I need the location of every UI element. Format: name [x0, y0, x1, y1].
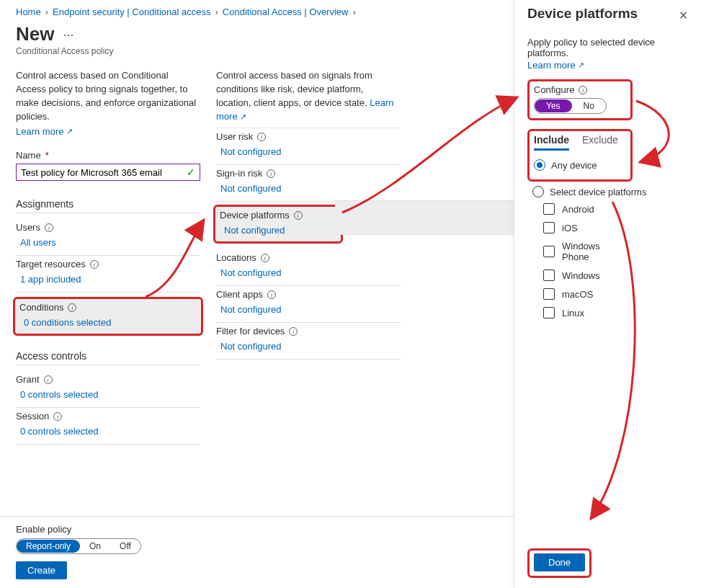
target-block[interactable]: Target resourcesi 1 app included	[16, 256, 200, 293]
radio-any-device[interactable]: Any device	[534, 159, 626, 171]
toggle-yes[interactable]: Yes	[535, 99, 572, 112]
intro-text: Control access based on Conditional Acce…	[16, 69, 200, 123]
learn-more-link[interactable]: Learn more↗	[16, 126, 73, 137]
close-icon[interactable]: ✕	[679, 6, 688, 22]
radio-icon	[534, 159, 545, 171]
configure-toggle[interactable]: Yes No	[534, 98, 607, 114]
name-label: Name *	[16, 150, 200, 161]
info-icon: i	[44, 375, 53, 384]
info-icon: i	[68, 303, 76, 312]
toggle-on[interactable]: On	[80, 540, 110, 553]
checkbox-icon	[543, 203, 555, 215]
locations-block[interactable]: Locationsi Not configured	[216, 249, 401, 286]
user-risk-block[interactable]: User riski Not configured	[216, 128, 401, 165]
users-value[interactable]: All users	[16, 233, 200, 249]
access-controls-heading: Access controls	[16, 346, 200, 365]
user-risk-value[interactable]: Not configured	[216, 142, 401, 159]
panel-title: Device platforms	[527, 6, 638, 22]
chk-ios[interactable]: iOS	[543, 222, 688, 233]
info-icon: i	[257, 133, 266, 141]
checkbox-icon	[543, 222, 555, 233]
users-block[interactable]: Usersi All users	[16, 219, 200, 256]
info-icon: i	[261, 254, 269, 262]
checkbox-icon	[543, 307, 555, 318]
target-value[interactable]: 1 app included	[16, 270, 200, 286]
page-title: New	[16, 23, 54, 45]
info-icon: i	[267, 169, 275, 178]
chk-linux[interactable]: Linux	[543, 307, 688, 318]
bc-home[interactable]: Home	[16, 6, 41, 17]
info-icon: i	[294, 211, 303, 220]
conditions-block[interactable]: Conditionsi 0 conditions selected	[13, 297, 203, 336]
include-exclude-tabs: Include Exclude	[534, 134, 626, 151]
create-button[interactable]: Create	[16, 561, 67, 579]
bc-conditional[interactable]: Conditional Access | Overview	[223, 6, 349, 17]
device-platforms-panel: Device platforms ✕ Apply policy to selec…	[514, 0, 701, 588]
info-icon: i	[579, 86, 587, 94]
chevron-right-icon: ›	[352, 6, 355, 17]
grant-value[interactable]: 0 controls selected	[16, 385, 200, 401]
include-highlight: Include Exclude Any device	[527, 129, 633, 182]
grant-block[interactable]: Granti 0 controls selected	[16, 371, 200, 408]
info-icon: i	[267, 290, 276, 299]
name-input-wrap: ✓	[16, 164, 200, 181]
external-link-icon: ↗	[240, 112, 246, 121]
done-highlight: Done	[527, 548, 591, 578]
selection-extension	[335, 200, 514, 235]
external-link-icon: ↗	[66, 127, 73, 136]
footer: Enable policy Report-only On Off Create	[0, 516, 515, 588]
device-platforms-block[interactable]: Device platformsi Not configured	[213, 205, 343, 244]
platform-list: Android iOS Windows Phone Windows macOS …	[543, 203, 688, 326]
signin-risk-value[interactable]: Not configured	[216, 179, 401, 195]
checkbox-icon	[543, 288, 555, 300]
info-icon: i	[289, 327, 298, 336]
toggle-off[interactable]: Off	[110, 540, 140, 553]
name-input[interactable]	[21, 167, 182, 178]
info-icon: i	[45, 223, 53, 232]
more-icon[interactable]: ···	[63, 28, 73, 45]
configure-highlight: Configurei Yes No	[527, 79, 633, 120]
tab-exclude[interactable]: Exclude	[582, 134, 618, 151]
info-icon: i	[53, 412, 62, 421]
chevron-right-icon: ›	[215, 6, 218, 17]
enable-policy-label: Enable policy	[16, 524, 499, 535]
client-apps-block[interactable]: Client appsi Not configured	[216, 286, 401, 323]
signin-risk-block[interactable]: Sign-in riski Not configured	[216, 165, 401, 202]
panel-learn-more[interactable]: Learn more↗	[527, 60, 688, 71]
breadcrumb: Home › Endpoint security | Conditional a…	[16, 4, 515, 23]
session-value[interactable]: 0 controls selected	[16, 422, 200, 438]
radio-icon	[532, 186, 544, 197]
info-icon: i	[90, 260, 99, 269]
device-platforms-value[interactable]: Not configured	[220, 220, 336, 237]
page-subtitle: Conditional Access policy	[16, 46, 515, 56]
check-icon: ✓	[187, 166, 195, 178]
chk-macos[interactable]: macOS	[543, 288, 688, 300]
external-link-icon: ↗	[578, 61, 584, 70]
chk-android[interactable]: Android	[543, 203, 688, 215]
session-block[interactable]: Sessioni 0 controls selected	[16, 408, 200, 445]
filter-devices-value[interactable]: Not configured	[216, 337, 401, 353]
done-button[interactable]: Done	[534, 553, 585, 571]
bc-endpoint[interactable]: Endpoint security | Conditional access	[53, 6, 210, 17]
assignments-heading: Assignments	[16, 194, 200, 213]
conditions-value[interactable]: 0 conditions selected	[19, 313, 197, 329]
checkbox-icon	[543, 270, 555, 281]
checkbox-icon	[543, 246, 555, 257]
configure-label: Configurei	[534, 84, 626, 95]
col2-intro: Control access based on signals from con…	[216, 69, 401, 123]
tab-include[interactable]: Include	[534, 134, 569, 151]
panel-description: Apply policy to selected device platform…	[527, 37, 688, 58]
client-apps-value[interactable]: Not configured	[216, 300, 401, 316]
chk-windows-phone[interactable]: Windows Phone	[543, 241, 688, 262]
radio-select-platforms[interactable]: Select device platforms	[532, 186, 688, 197]
toggle-report-only[interactable]: Report-only	[17, 540, 80, 553]
chevron-right-icon: ›	[45, 6, 48, 17]
locations-value[interactable]: Not configured	[216, 263, 401, 280]
toggle-no[interactable]: No	[572, 99, 606, 112]
chk-windows[interactable]: Windows	[543, 270, 688, 281]
filter-devices-block[interactable]: Filter for devicesi Not configured	[216, 323, 401, 360]
enable-policy-toggle[interactable]: Report-only On Off	[16, 538, 141, 554]
